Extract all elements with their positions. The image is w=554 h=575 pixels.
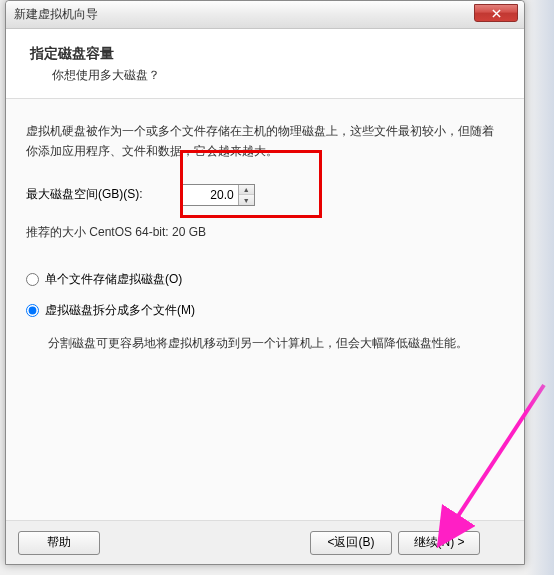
back-button[interactable]: <返回(B) bbox=[310, 531, 392, 555]
header-section: 指定磁盘容量 你想使用多大磁盘？ bbox=[6, 29, 524, 99]
close-icon bbox=[492, 9, 501, 18]
close-button[interactable] bbox=[474, 4, 518, 22]
radio-single-label: 单个文件存储虚拟磁盘(O) bbox=[45, 271, 182, 288]
next-button[interactable]: 继续(N) > bbox=[398, 531, 480, 555]
recommended-text: 推荐的大小 CentOS 64-bit: 20 GB bbox=[26, 224, 504, 241]
page-title: 指定磁盘容量 bbox=[30, 45, 500, 63]
split-hint-text: 分割磁盘可更容易地将虚拟机移动到另一个计算机上，但会大幅降低磁盘性能。 bbox=[48, 333, 504, 353]
page-subtitle: 你想使用多大磁盘？ bbox=[30, 67, 500, 84]
content-area: 虚拟机硬盘被作为一个或多个文件存储在主机的物理磁盘上，这些文件最初较小，但随着你… bbox=[6, 99, 524, 520]
spinner-up-icon[interactable]: ▲ bbox=[239, 185, 254, 196]
disk-size-label: 最大磁盘空间(GB)(S): bbox=[26, 186, 143, 203]
disk-size-row: 最大磁盘空间(GB)(S): ▲ ▼ bbox=[26, 184, 504, 206]
window-title: 新建虚拟机向导 bbox=[14, 6, 98, 23]
help-button[interactable]: 帮助 bbox=[18, 531, 100, 555]
spinner-down-icon[interactable]: ▼ bbox=[239, 195, 254, 205]
disk-size-spinner[interactable]: ▲ ▼ bbox=[181, 184, 255, 206]
spinner-buttons: ▲ ▼ bbox=[238, 185, 254, 205]
disk-size-input[interactable] bbox=[182, 185, 238, 205]
description-text: 虚拟机硬盘被作为一个或多个文件存储在主机的物理磁盘上，这些文件最初较小，但随着你… bbox=[26, 121, 504, 162]
radio-split-label: 虚拟磁盘拆分成多个文件(M) bbox=[45, 302, 195, 319]
decorative-edge bbox=[526, 0, 554, 575]
wizard-window: 新建虚拟机向导 指定磁盘容量 你想使用多大磁盘？ 虚拟机硬盘被作为一个或多个文件… bbox=[5, 0, 525, 565]
radio-split-input[interactable] bbox=[26, 304, 39, 317]
radio-single-input[interactable] bbox=[26, 273, 39, 286]
footer-bar: 帮助 <返回(B) 继续(N) > 取消 bbox=[6, 520, 524, 564]
titlebar: 新建虚拟机向导 bbox=[6, 1, 524, 29]
radio-split-files[interactable]: 虚拟磁盘拆分成多个文件(M) bbox=[26, 302, 504, 319]
radio-single-file[interactable]: 单个文件存储虚拟磁盘(O) bbox=[26, 271, 504, 288]
